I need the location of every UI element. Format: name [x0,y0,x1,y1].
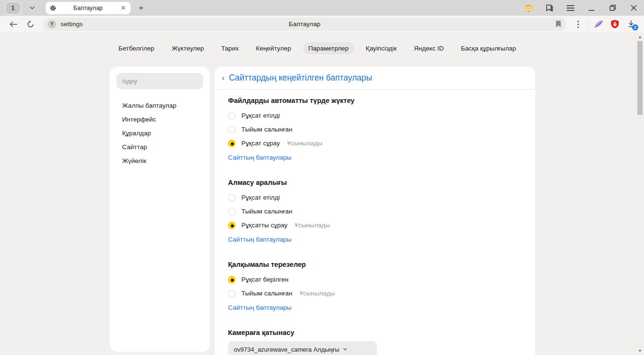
extension-feather-button[interactable] [591,18,607,31]
sidebar-item-system[interactable]: Жүйелік [110,154,210,168]
side-panels-button[interactable] [539,0,560,16]
protect-shield-button[interactable] [607,18,623,31]
restore-icon [610,5,616,11]
address-page-title: Баптаулар [43,20,566,28]
minimize-icon [589,5,594,11]
radio-option[interactable]: Тыйым салынған [228,122,535,136]
sidebar-item-general[interactable]: Жалпы баптаулар [110,99,210,112]
radio-option[interactable]: Рұқсат етілді [228,191,535,204]
scrollbar-thumb[interactable] [637,41,643,115]
kebab-icon [577,20,579,28]
shield-lock-icon [611,20,619,29]
option-label: Тыйым салынған [241,290,292,297]
tab-settings[interactable]: Параметрлер [303,42,354,54]
hamburger-icon [567,5,574,11]
tab-extensions[interactable]: Кеңейтулер [251,42,297,54]
back-chevron-icon[interactable]: ‹ [222,73,225,83]
radio-icon[interactable] [228,208,236,215]
toolbar-extensions-area: 1 [570,18,639,31]
radio-icon[interactable] [228,112,236,120]
scrollbar-up-arrow[interactable]: ▲ [636,33,644,40]
scrollbar-down-arrow[interactable]: ▼ [636,347,644,354]
toolbar-divider [588,20,589,29]
camera-select-value: ov9734_azurewave_camera Алдыңғы [234,346,339,353]
section-heading: Файлдарды автоматты түрде жүктеу [228,97,535,104]
section-heading: Алмасу аралығы [228,179,535,186]
tab-other-devices[interactable]: Басқа құрылғылар [456,42,521,54]
browser-toolbar: Y settings Баптаулар [0,16,644,32]
site-favicon-icon: Y [48,20,56,29]
gear-icon [50,5,56,11]
recommended-badge: Ұсынылады [295,222,330,229]
reload-icon [27,20,34,28]
option-label: Тыйым салынған [241,208,292,215]
radio-option[interactable]: Рұқсат етілді [228,109,535,122]
browser-tab[interactable]: Баптаулар ✕ [46,2,131,14]
radio-option-selected[interactable]: Рұқсатты сұрау Ұсынылады [228,218,535,232]
close-icon [631,5,637,11]
tab-bookmarks[interactable]: Бетбелгілер [113,42,159,54]
downloads-button[interactable]: 1 [623,18,639,31]
radio-icon[interactable] [228,126,236,133]
chevron-down-icon [30,6,35,10]
option-label: Рұқсат сұрау [241,140,280,147]
site-settings-link[interactable]: Сайттың баптаулары [228,154,291,161]
radio-icon[interactable] [228,194,236,202]
radio-selected-icon[interactable] [228,222,236,229]
radio-selected-icon[interactable] [228,276,236,284]
back-arrow-icon [10,21,18,28]
bookmark-flag-icon [555,20,561,28]
radio-option-selected[interactable]: Рұқсат берілген [228,273,535,286]
settings-page: Бетбелгілер Жүктеулер Тарих Кеңейтулер П… [0,32,644,355]
page-title[interactable]: Сайттардың кеңейтілген баптаулары [229,73,373,83]
option-label: Рұқсат етілді [241,194,280,201]
window-close-button[interactable] [623,0,644,16]
option-label: Рұқсат берілген [241,276,289,283]
content-header[interactable]: ‹ Сайттардың кеңейтілген баптаулары [215,67,535,90]
camera-device-select[interactable]: ov9734_azurewave_camera Алдыңғы [228,341,377,355]
option-label: Рұқсатты сұрау [241,222,288,229]
sidebar-search[interactable] [116,73,203,89]
sidebar-item-tools[interactable]: Құралдар [110,126,210,140]
tab-history[interactable]: Тарих [216,42,244,54]
section-camera-access: Камераға қатынасу ov9734_azurewave_camer… [228,329,535,355]
section-auto-download: Файлдарды автоматты түрде жүктеу Рұқсат … [228,97,535,162]
page-scrollbar[interactable]: ▲ ▼ [636,32,644,355]
kebab-menu-button[interactable] [570,18,586,31]
address-bar[interactable]: Y settings Баптаулар [43,18,566,31]
radio-option-selected[interactable]: Рұқсат сұрау Ұсынылады [228,136,535,150]
tab-list-chevron-button[interactable] [25,2,39,14]
back-button[interactable] [5,18,22,31]
recommended-badge: Ұсынылады [287,140,322,147]
bookmark-button[interactable] [555,20,561,28]
download-count-badge: 1 [632,24,638,30]
reload-button[interactable] [22,18,39,31]
settings-sidebar: Жалпы баптаулар Интерфейс Құралдар Сайтт… [110,67,210,352]
tab-security[interactable]: Қауіпсіздік [361,42,402,54]
tab-title: Баптаулар [56,5,120,11]
site-settings-link[interactable]: Сайттың баптаулары [228,304,291,311]
tab-close-icon[interactable]: ✕ [120,4,127,11]
radio-icon[interactable] [228,290,236,297]
sidebar-item-sites[interactable]: Сайттар [110,140,210,154]
sidebar-list: Жалпы баптаулар Интерфейс Құралдар Сайтт… [110,99,210,168]
option-label: Тыйым салынған [241,126,292,133]
new-tab-button[interactable]: + [135,2,147,14]
tab-yandex-id[interactable]: Яндекс ID [409,42,449,54]
radio-option[interactable]: Тыйым салынған Ұсынылады [228,286,535,300]
radio-selected-icon[interactable] [228,140,236,147]
panels-icon [546,4,554,12]
tab-counter[interactable]: 1 [6,2,20,14]
menu-button[interactable] [560,0,581,16]
sidebar-item-interface[interactable]: Интерфейс [110,112,210,126]
window-restore-button[interactable] [602,0,623,16]
radio-option[interactable]: Тыйым салынған [228,204,535,218]
browser-titlebar: 1 Баптаулар ✕ + [0,0,644,16]
avatar-icon [524,4,533,12]
window-minimize-button[interactable] [581,0,602,16]
profile-avatar[interactable] [518,0,539,16]
search-input[interactable] [116,78,203,85]
section-clipboard: Алмасу аралығы Рұқсат етілді Тыйым салын… [228,179,535,243]
tab-downloads[interactable]: Жүктеулер [166,42,209,54]
site-settings-link[interactable]: Сайттың баптаулары [228,236,291,243]
